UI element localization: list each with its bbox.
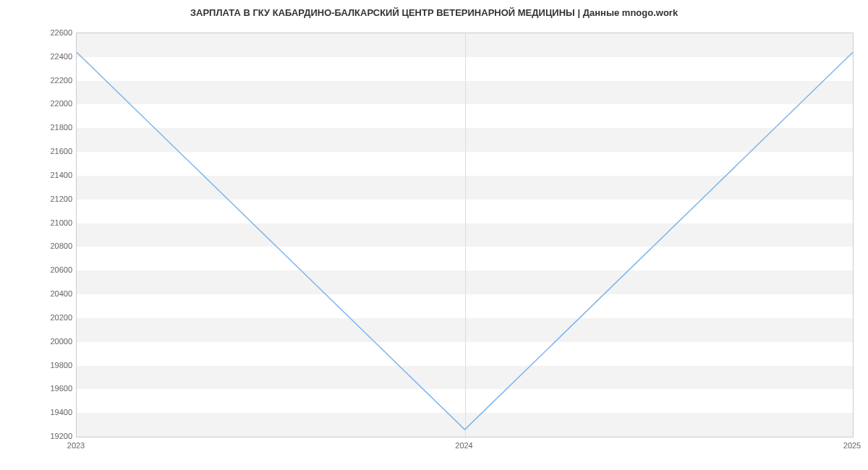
y-tick-label: 22200	[36, 76, 72, 85]
y-tick-label: 20400	[36, 289, 72, 298]
y-tick-label: 20200	[36, 313, 72, 322]
plot-area	[76, 33, 854, 437]
x-tick-label: 2025	[843, 441, 861, 450]
y-tick-label: 20600	[36, 265, 72, 274]
y-tick-label: 22000	[36, 99, 72, 108]
y-tick-label: 19200	[36, 432, 72, 440]
data-line	[77, 52, 853, 430]
y-tick-label: 21800	[36, 123, 72, 132]
line-series	[77, 33, 853, 437]
chart-title: ЗАРПЛАТА В ГКУ КАБАРДИНО-БАЛКАРСКИЙ ЦЕНТ…	[0, 7, 868, 18]
y-tick-label: 21400	[36, 171, 72, 179]
x-tick-label: 2023	[67, 441, 85, 450]
y-tick-label: 19400	[36, 408, 72, 416]
chart-container: ЗАРПЛАТА В ГКУ КАБАРДИНО-БАЛКАРСКИЙ ЦЕНТ…	[0, 0, 868, 470]
y-tick-label: 22400	[36, 52, 72, 61]
y-tick-label: 22600	[36, 28, 72, 37]
y-tick-label: 20000	[36, 337, 72, 346]
y-tick-label: 20800	[36, 242, 72, 250]
y-tick-label: 21600	[36, 147, 72, 155]
x-tick-label: 2024	[455, 441, 472, 450]
y-tick-label: 21200	[36, 195, 72, 203]
y-tick-label: 19600	[36, 384, 72, 393]
y-tick-label: 21000	[36, 218, 72, 227]
y-tick-label: 19800	[36, 361, 72, 369]
